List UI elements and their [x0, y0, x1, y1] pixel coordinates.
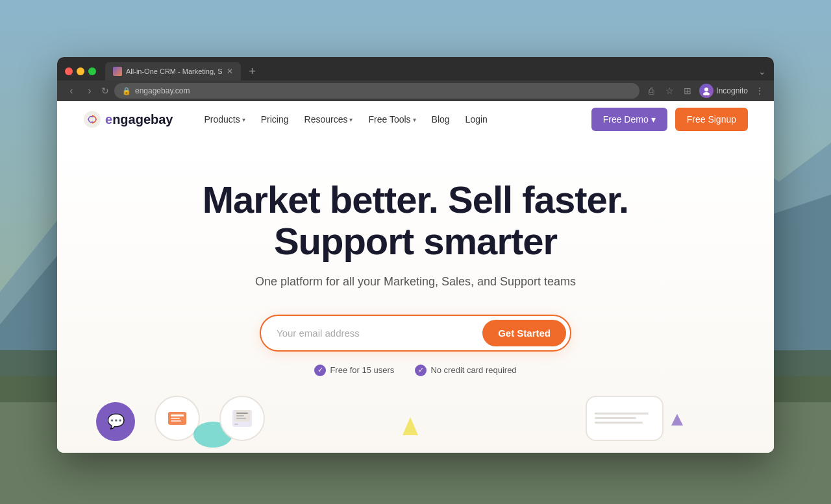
forward-button[interactable]: › [83, 85, 96, 97]
tab-title: All-in-One CRM - Marketing, S [126, 67, 223, 75]
svg-rect-10 [171, 418, 180, 419]
check-icon: ✓ [314, 365, 326, 376]
hero-subtitle: One platform for all your Marketing, Sal… [255, 275, 576, 289]
back-button[interactable]: ‹ [65, 85, 78, 97]
email-input[interactable] [277, 328, 477, 339]
svg-point-7 [84, 111, 101, 128]
chat-circle-decoration: 💬 [96, 402, 135, 441]
svg-point-6 [703, 92, 710, 95]
hero-decorations: 💬 [83, 389, 748, 441]
free-users-badge: ✓ Free for 15 users [314, 365, 394, 376]
no-credit-card-badge: ✓ No credit card required [415, 365, 516, 376]
nav-products[interactable]: Products ▾ [204, 114, 245, 125]
reload-button[interactable]: ↻ [101, 86, 109, 96]
svg-rect-17 [234, 424, 238, 425]
trust-badges: ✓ Free for 15 users ✓ No credit card req… [314, 365, 516, 376]
logo-text: engagebay [105, 112, 173, 127]
chevron-down-icon: ▾ [413, 116, 416, 123]
tab-favicon [113, 67, 122, 76]
chevron-down-icon: ▾ [349, 116, 353, 123]
nav-free-tools[interactable]: Free Tools ▾ [368, 114, 416, 125]
url-text: engagebay.com [135, 86, 190, 95]
hero-section: Market better. Sell faster. Support smar… [57, 140, 774, 453]
traffic-lights [65, 67, 96, 75]
tab-menu-button[interactable]: ⌄ [758, 66, 766, 77]
svg-rect-16 [236, 418, 246, 419]
close-traffic-light[interactable] [65, 67, 73, 75]
email-signup-form: Get Started [260, 315, 571, 352]
minimize-traffic-light[interactable] [77, 67, 84, 75]
svg-marker-19 [671, 414, 683, 426]
new-tab-button[interactable]: + [243, 62, 262, 80]
nav-cta: Free Demo ▾ Free Signup [591, 108, 748, 131]
address-bar[interactable]: 🔒 engagebay.com [114, 83, 639, 99]
badge1-text: Free for 15 users [330, 365, 394, 375]
profile-avatar [699, 84, 713, 98]
profile-label: Incognito [716, 86, 748, 95]
logo-icon [83, 110, 101, 128]
speech-bubble-decoration [586, 396, 664, 441]
bookmark-icon[interactable]: ☆ [663, 86, 676, 96]
nav-pricing[interactable]: Pricing [261, 114, 289, 125]
website-content: engagebay Products ▾ Pricing Resources ▾… [57, 99, 774, 453]
get-started-button[interactable]: Get Started [482, 320, 566, 346]
widget-circle-2 [219, 396, 265, 441]
cast-icon[interactable]: ⎙ [645, 86, 658, 96]
nav-resources[interactable]: Resources ▾ [304, 114, 353, 125]
browser-tab-active[interactable]: All-in-One CRM - Marketing, S ✕ [105, 62, 241, 80]
maximize-traffic-light[interactable] [88, 67, 96, 75]
svg-rect-15 [236, 415, 244, 416]
svg-rect-14 [236, 413, 248, 414]
browser-chrome: All-in-One CRM - Marketing, S ✕ + ⌄ ‹ › … [57, 57, 774, 99]
hero-title: Market better. Sell faster. Support smar… [203, 179, 628, 262]
free-signup-button[interactable]: Free Signup [675, 108, 748, 131]
chevron-down-icon: ▾ [242, 116, 245, 123]
site-nav: engagebay Products ▾ Pricing Resources ▾… [57, 99, 774, 140]
extensions-icon[interactable]: ⊞ [681, 86, 694, 96]
svg-point-5 [704, 88, 708, 91]
nav-links: Products ▾ Pricing Resources ▾ Free Tool… [204, 114, 570, 125]
svg-rect-11 [171, 420, 181, 422]
svg-rect-9 [171, 414, 184, 416]
logo[interactable]: engagebay [83, 110, 173, 128]
browser-window: All-in-One CRM - Marketing, S ✕ + ⌄ ‹ › … [57, 57, 774, 453]
nav-blog[interactable]: Blog [432, 114, 450, 125]
free-demo-button[interactable]: Free Demo ▾ [591, 108, 667, 131]
badge2-text: No credit card required [430, 365, 516, 375]
triangle-decoration [403, 417, 418, 438]
tab-close-button[interactable]: ✕ [227, 67, 233, 75]
more-options-icon[interactable]: ⋮ [753, 86, 766, 96]
small-triangle-decoration [671, 414, 683, 428]
nav-login[interactable]: Login [465, 114, 488, 125]
bubble-line [595, 417, 636, 419]
ssl-lock-icon: 🔒 [122, 87, 131, 95]
chevron-down-icon: ▾ [651, 114, 656, 125]
chat-icon: 💬 [107, 413, 125, 430]
profile-button[interactable]: Incognito [699, 84, 748, 98]
browser-toolbar: ‹ › ↻ 🔒 engagebay.com ⎙ ☆ ⊞ Incognito ⋮ [57, 80, 774, 101]
bubble-line [595, 422, 643, 424]
toolbar-icons: ⎙ ☆ ⊞ Incognito ⋮ [645, 84, 766, 98]
check-icon: ✓ [415, 365, 427, 376]
bubble-line [595, 413, 649, 414]
svg-marker-18 [403, 417, 418, 435]
